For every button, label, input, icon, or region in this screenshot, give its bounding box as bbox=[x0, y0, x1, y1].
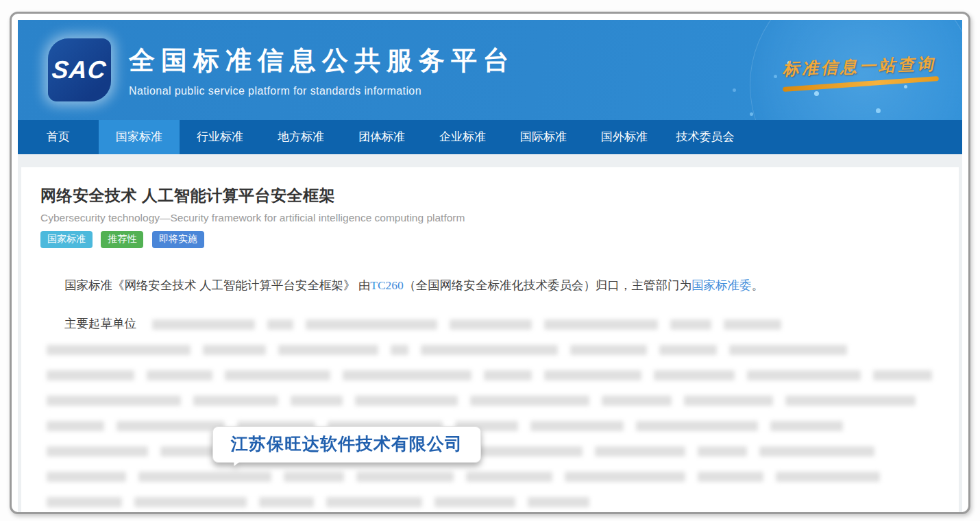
content-background: 网络安全技术 人工智能计算平台安全框架 Cybersecurity techno… bbox=[18, 154, 962, 514]
redacted-text-chunk bbox=[147, 370, 212, 380]
redacted-text-chunk bbox=[466, 472, 552, 482]
redacted-text-chunk bbox=[759, 446, 874, 457]
summary-middle: （全国网络安全标准化技术委员会）归口，主管部门为 bbox=[404, 278, 691, 292]
summary-suffix: 。 bbox=[751, 278, 763, 292]
redacted-text-chunk bbox=[684, 396, 773, 406]
site-title: 全国标准信息公共服务平台 bbox=[129, 43, 515, 78]
site-title-english: National public service platform for sta… bbox=[129, 85, 515, 97]
redacted-text-chunk bbox=[729, 345, 847, 355]
standard-detail-card: 网络安全技术 人工智能计算平台安全框架 Cybersecurity techno… bbox=[21, 167, 959, 514]
summary-prefix: 国家标准《网络安全技术 人工智能计算平台安全框架》 由 bbox=[64, 278, 370, 292]
redacted-text-chunk bbox=[565, 472, 685, 482]
redacted-text-chunk bbox=[326, 497, 422, 507]
redacted-text-chunk bbox=[530, 421, 624, 431]
redacted-text-chunk bbox=[47, 396, 181, 406]
redacted-drafters-list bbox=[40, 317, 938, 508]
nav-item-group-standards[interactable]: 团体标准 bbox=[341, 120, 422, 154]
brand-text: 全国标准信息公共服务平台 National public service pla… bbox=[129, 43, 515, 97]
redacted-text-chunk bbox=[654, 370, 735, 380]
redacted-text-chunk bbox=[636, 421, 758, 431]
redacted-text-chunk bbox=[355, 396, 458, 406]
badge-national-standard: 国家标准 bbox=[40, 231, 93, 248]
redacted-text-chunk bbox=[152, 319, 255, 330]
dept-link[interactable]: 国家标准委 bbox=[691, 278, 752, 292]
redacted-text-chunk bbox=[570, 345, 647, 355]
nav-item-national-standards[interactable]: 国家标准 bbox=[99, 120, 180, 154]
redacted-text-chunk bbox=[724, 319, 781, 330]
redacted-text-chunk bbox=[595, 446, 685, 457]
tc260-link[interactable]: TC260 bbox=[370, 278, 404, 292]
redacted-text-chunk bbox=[267, 319, 293, 330]
redacted-text-chunk bbox=[193, 396, 278, 406]
redacted-text-chunk bbox=[776, 472, 880, 482]
redacted-text-chunk bbox=[450, 319, 532, 330]
badge-recommended: 推荐性 bbox=[101, 231, 143, 248]
site-header: SAC 全国标准信息公共服务平台 National public service… bbox=[18, 20, 962, 120]
redacted-text-chunk bbox=[356, 472, 454, 482]
redacted-text-chunk bbox=[528, 497, 589, 507]
screenshot-frame: SAC 全国标准信息公共服务平台 National public service… bbox=[10, 12, 970, 514]
nav-item-local-standards[interactable]: 地方标准 bbox=[260, 120, 341, 154]
redacted-text-chunk bbox=[391, 345, 408, 355]
standard-title-english: Cybersecurity technology—Security framew… bbox=[40, 212, 940, 224]
redacted-text-chunk bbox=[291, 396, 343, 406]
redacted-text-chunk bbox=[670, 319, 711, 330]
badge-upcoming-implementation: 即将实施 bbox=[152, 231, 204, 248]
redacted-text-chunk bbox=[284, 472, 344, 482]
redacted-text-chunk bbox=[470, 396, 589, 406]
standard-summary: 国家标准《网络安全技术 人工智能计算平台安全框架》 由TC260（全国网络安全标… bbox=[40, 276, 940, 295]
redacted-text-chunk bbox=[47, 472, 126, 482]
redacted-text-chunk bbox=[544, 370, 641, 380]
redacted-text-chunk bbox=[473, 446, 583, 457]
redacted-text-chunk bbox=[259, 497, 314, 507]
redacted-text-chunk bbox=[602, 396, 672, 406]
redacted-text-chunk bbox=[47, 370, 134, 380]
redacted-text-chunk bbox=[278, 345, 378, 355]
redacted-text-chunk bbox=[484, 370, 532, 380]
nav-item-home[interactable]: 首页 bbox=[18, 120, 99, 154]
redacted-text-chunk bbox=[785, 396, 916, 406]
nav-item-international-standards[interactable]: 国际标准 bbox=[503, 120, 584, 154]
redacted-text-chunk bbox=[203, 345, 266, 355]
redacted-text-chunk bbox=[544, 319, 658, 330]
standard-title: 网络安全技术 人工智能计算平台安全框架 bbox=[40, 185, 940, 206]
nav-item-industry-standards[interactable]: 行业标准 bbox=[180, 120, 260, 154]
main-navigation: 首页 国家标准 行业标准 地方标准 团体标准 企业标准 国际标准 国外标准 技术… bbox=[18, 120, 962, 154]
redacted-text-chunk bbox=[225, 370, 330, 380]
redacted-text-chunk bbox=[47, 446, 148, 457]
redacted-text-chunk bbox=[698, 472, 763, 482]
highlighted-drafter-callout: 江苏保旺达软件技术有限公司 bbox=[212, 426, 481, 463]
redacted-text-chunk bbox=[434, 497, 515, 507]
redacted-text-chunk bbox=[770, 421, 843, 431]
drafters-label: 主要起草单位 bbox=[64, 317, 136, 330]
nav-item-enterprise-standards[interactable]: 企业标准 bbox=[422, 120, 503, 154]
redacted-text-chunk bbox=[47, 345, 191, 355]
redacted-text-chunk bbox=[138, 472, 271, 482]
redacted-text-chunk bbox=[306, 319, 437, 330]
redacted-text-chunk bbox=[134, 497, 247, 507]
redacted-text-chunk bbox=[47, 421, 104, 431]
redacted-text-chunk bbox=[659, 345, 717, 355]
badge-row: 国家标准 推荐性 即将实施 bbox=[40, 231, 940, 248]
redacted-text-chunk bbox=[873, 370, 932, 380]
drafters-section: 主要起草单位 江苏保旺达软件技术有限公司 bbox=[40, 311, 940, 514]
redacted-text-chunk bbox=[117, 421, 225, 431]
redacted-text-chunk bbox=[47, 497, 122, 507]
redacted-text-chunk bbox=[421, 345, 558, 355]
nav-item-technical-committees[interactable]: 技术委员会 bbox=[665, 120, 746, 154]
sac-logo[interactable]: SAC bbox=[48, 38, 111, 101]
redacted-text-chunk bbox=[698, 446, 747, 457]
sac-logo-text: SAC bbox=[51, 56, 108, 84]
redacted-text-chunk bbox=[747, 370, 861, 380]
redacted-text-chunk bbox=[343, 370, 471, 380]
nav-item-foreign-standards[interactable]: 国外标准 bbox=[584, 120, 665, 154]
